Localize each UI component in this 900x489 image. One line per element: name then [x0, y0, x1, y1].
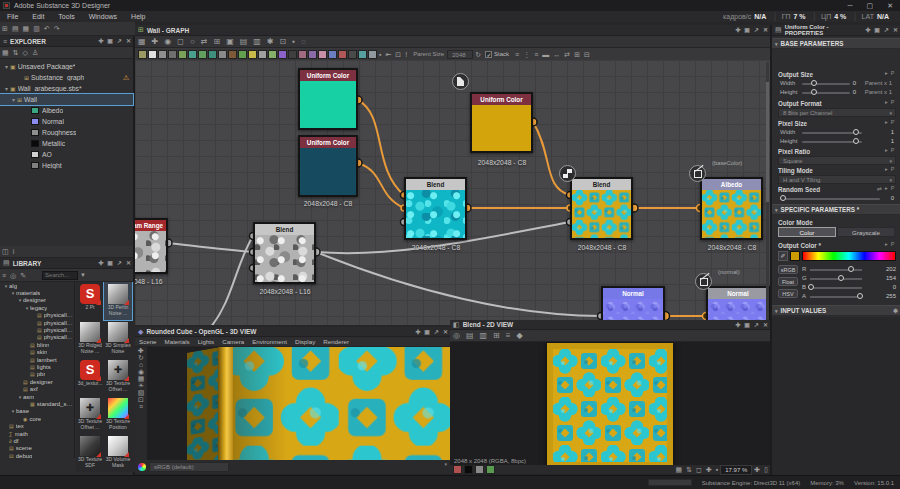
node-histogram-range[interactable]: Histogram Range — [135, 218, 168, 274]
palette-swatch-0[interactable] — [453, 465, 462, 474]
float-icon[interactable]: ▣ — [422, 329, 432, 335]
link-icon[interactable]: ◇ — [21, 49, 30, 56]
alert-icon[interactable]: ! — [403, 51, 409, 58]
expand-icon[interactable]: ↗ — [115, 260, 124, 266]
tree-item-substance-graph[interactable]: ⊞Substance_graph⚠ — [0, 72, 133, 83]
palette-swatch-16[interactable] — [298, 50, 307, 59]
tree-item-physically-[interactable]: ▤physically_... — [0, 326, 74, 333]
tree-item-wall-arabesque-sbs-[interactable]: ▾▣Wall_arabesque.sbs* — [0, 83, 133, 94]
pin-icon[interactable]: ✚ — [733, 27, 742, 33]
menu-display[interactable]: Display — [291, 338, 319, 345]
swap-icon[interactable]: ⇄ — [562, 51, 572, 58]
fx-icon[interactable]: ✱ — [264, 38, 277, 46]
tree-item-albedo[interactable]: Albedo — [0, 105, 133, 116]
palette-swatch-8[interactable] — [218, 50, 227, 59]
gear-icon[interactable]: ✱ — [891, 308, 900, 314]
view2d-tab[interactable]: ◧ Blend - 2D VIEW ✚▣↗✕ — [450, 320, 770, 330]
pixel-ratio-select[interactable]: Square — [778, 156, 896, 165]
redo-icon[interactable]: ↷ — [52, 25, 62, 32]
library-thumb-3d-volume-mask[interactable]: 3D Volume Mask — [104, 434, 132, 472]
output-cube-icon[interactable] — [695, 273, 712, 290]
palette-swatch-15[interactable] — [288, 50, 297, 59]
node-blend-pattern[interactable]: Blend — [570, 177, 633, 240]
tree-item-materials[interactable]: ▾materials — [0, 289, 74, 296]
maximize-icon[interactable]: ▢ — [860, 2, 881, 9]
close-icon[interactable]: ✕ — [761, 322, 770, 328]
close-icon[interactable]: ✕ — [441, 329, 450, 335]
tree-item-physically-[interactable]: ▤physically_... — [0, 334, 74, 341]
color-spectrum-bar[interactable] — [802, 251, 896, 261]
trash-icon[interactable]: ▯ — [762, 466, 770, 473]
bitmap-resource-icon[interactable] — [452, 73, 469, 90]
tree-item-ao[interactable]: AO — [0, 149, 133, 160]
float-icon[interactable]: ▣ — [105, 260, 115, 266]
zoom-in-left-icon[interactable]: ✚ — [704, 466, 714, 473]
tree-item-core[interactable]: ◉core — [0, 415, 74, 422]
pixel-width-slider[interactable] — [802, 132, 862, 134]
section-input-values[interactable]: INPUT VALUES ✱ — [772, 305, 900, 316]
node-uniform-color-teal[interactable]: Uniform Color — [298, 68, 358, 130]
save-icon[interactable]: ▦ — [21, 25, 32, 32]
home-icon[interactable]: ⌂ — [137, 361, 145, 368]
palette-swatch-13[interactable] — [268, 50, 277, 59]
distribute-icon[interactable]: ▬ — [540, 51, 551, 58]
preset-icon[interactable]: P — [889, 120, 896, 126]
close-icon[interactable]: ✕ — [880, 2, 900, 9]
tree-item-designer[interactable]: ▤designer — [0, 378, 74, 385]
view-icon[interactable]: ◎ — [8, 272, 18, 279]
tree-item-df[interactable]: ∂df — [0, 437, 74, 444]
palette-swatch-12[interactable] — [258, 50, 267, 59]
refresh-icon[interactable]: ↻ — [473, 51, 483, 58]
material-icon[interactable]: ▧ — [136, 389, 147, 396]
zoom-icon[interactable]: ○ — [187, 38, 198, 46]
tree-item-axf[interactable]: ▤axf — [0, 385, 74, 392]
fit-icon[interactable]: ⇅ — [684, 466, 694, 473]
library-thumb-3d-perlin-noise-[interactable]: 3D Perlin Noise ... — [104, 282, 132, 320]
palette-swatch-19[interactable] — [328, 50, 337, 59]
eyedropper-icon[interactable]: ✐ — [778, 251, 788, 261]
save-icon[interactable]: ▦ — [0, 49, 11, 56]
move-icon[interactable]: ✚ — [149, 38, 162, 46]
library-thumb-3d-texture-offset-[interactable]: 3D Texture Offset ... — [76, 396, 104, 434]
preset-icon[interactable]: P — [889, 242, 896, 248]
channel-b-slider[interactable] — [810, 287, 862, 289]
palette-swatch-17[interactable] — [308, 50, 317, 59]
target-icon[interactable]: ◉ — [136, 368, 146, 375]
palette-swatch-2[interactable] — [475, 465, 484, 474]
node-uniform-color-dark[interactable]: Uniform Color — [298, 135, 358, 197]
undo-icon[interactable]: ↶ — [42, 25, 52, 32]
snap-icon[interactable]: ▤ — [237, 38, 251, 46]
camera-icon[interactable]: ◉ — [161, 38, 174, 46]
grid-icon[interactable]: ⊞ — [490, 332, 503, 340]
menu-icon[interactable]: ≡ — [137, 403, 145, 410]
palette-swatch-21[interactable] — [348, 50, 357, 59]
tree-item-lights[interactable]: ▤lights — [0, 363, 74, 370]
zoom-plus-icon[interactable]: ✚ — [752, 466, 762, 473]
node-uniform-color-gold[interactable]: Uniform Color — [470, 92, 533, 153]
arrow-icon[interactable]: ⇤ — [383, 51, 393, 58]
color-swatch[interactable] — [790, 251, 800, 261]
tiling-mode-select[interactable]: H and V Tiling — [778, 175, 896, 184]
palette-swatch-23[interactable] — [368, 50, 377, 59]
preset-icon[interactable]: P — [889, 186, 896, 192]
open-icon[interactable]: ▤ — [10, 25, 21, 32]
palette-swatch-18[interactable] — [318, 50, 327, 59]
library-thumb-3d-simplex-noise[interactable]: 3D Simplex Noise — [104, 320, 132, 358]
expand-icon[interactable]: ↗ — [882, 27, 891, 33]
background-icon[interactable]: ▥ — [477, 332, 491, 340]
menu-file[interactable]: File — [0, 13, 25, 20]
actual-icon[interactable]: ◻ — [694, 466, 704, 473]
expand-icon[interactable]: ↗ — [752, 322, 761, 328]
palette-swatch-22[interactable] — [358, 50, 367, 59]
properties-tab[interactable]: ▤ Uniform Color - PROPERTIES ✚▣↗✕ — [772, 25, 900, 36]
grid-icon[interactable]: ▦ — [674, 466, 685, 473]
tree-item-designer[interactable]: ▾designer — [0, 297, 74, 304]
split-icon[interactable]: ◫ — [0, 248, 11, 255]
publish-icon[interactable]: ♙ — [30, 49, 40, 56]
menu-environment[interactable]: Environment — [248, 338, 291, 345]
library-search-input[interactable] — [42, 271, 78, 280]
section-base-parameters[interactable]: BASE PARAMETERS — [772, 38, 900, 49]
tree-item-lambert[interactable]: ▤lambert — [0, 356, 74, 363]
save-all-icon[interactable]: ▥ — [31, 25, 42, 32]
palette-swatch-11[interactable] — [248, 50, 257, 59]
